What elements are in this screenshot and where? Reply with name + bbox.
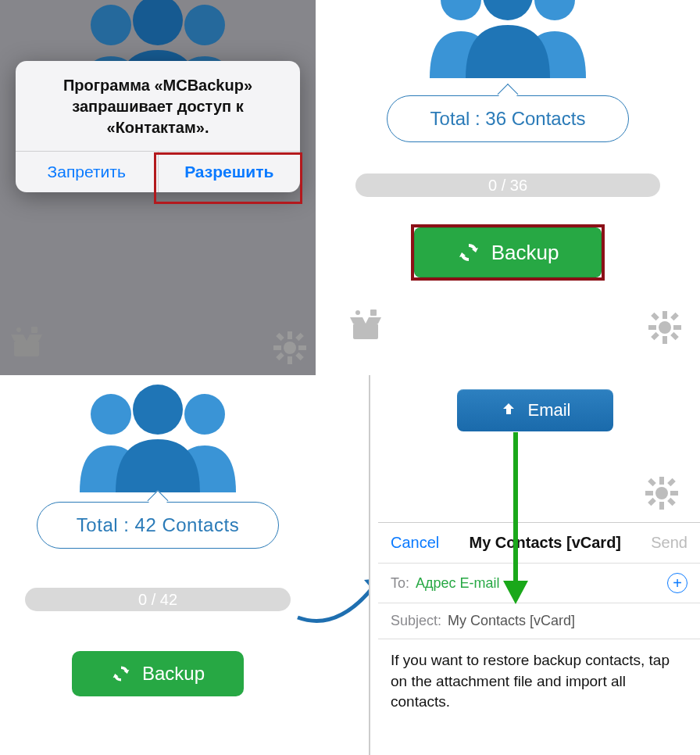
total-label: Total : 42 Contacts (77, 514, 239, 536)
permission-alert: Программа «MCBackup» запрашивает доступ … (16, 61, 300, 192)
svg-point-32 (133, 385, 183, 435)
svg-rect-35 (659, 502, 664, 510)
svg-point-0 (91, 5, 131, 45)
upload-icon (499, 401, 518, 420)
deny-button[interactable]: Запретить (16, 152, 158, 192)
svg-rect-38 (648, 478, 656, 487)
progress-bar: 0 / 42 (25, 588, 291, 611)
svg-rect-25 (673, 325, 681, 330)
compose-title: My Contacts [vCard] (470, 534, 621, 552)
panel-email: Email Cancel My Contacts [vCard] Send To… (369, 375, 700, 755)
svg-rect-28 (670, 313, 679, 321)
gear-icon[interactable] (273, 331, 306, 367)
progress-text: 0 / 36 (488, 177, 527, 195)
email-label: Email (527, 400, 570, 420)
svg-point-4 (16, 327, 21, 332)
svg-point-17 (483, 0, 533, 20)
subject-label: Subject: (391, 613, 441, 629)
svg-rect-41 (648, 498, 656, 506)
gear-icon[interactable] (648, 311, 681, 347)
total-bubble: Total : 36 Contacts (387, 95, 629, 142)
svg-point-31 (184, 394, 225, 435)
backup-button[interactable]: Backup (414, 227, 602, 277)
email-button[interactable]: Email (457, 389, 613, 431)
svg-rect-26 (651, 313, 659, 321)
compose-sheet: Cancel My Contacts [vCard] Send To: Адре… (378, 522, 700, 724)
to-field[interactable]: To: Адрес E-mail + (378, 563, 700, 603)
svg-rect-29 (651, 332, 659, 341)
svg-rect-3 (14, 341, 39, 356)
subject-value: My Contacts [vCard] (448, 613, 575, 629)
svg-rect-39 (667, 498, 676, 506)
panel-permission: Программа «MCBackup» запрашивает доступ … (0, 0, 316, 375)
gear-icon[interactable] (645, 477, 678, 513)
svg-point-30 (91, 394, 131, 435)
svg-rect-27 (670, 332, 679, 341)
progress-text: 0 / 42 (138, 591, 177, 609)
svg-point-2 (133, 0, 183, 45)
svg-rect-9 (273, 345, 281, 350)
total-bubble: Total : 42 Contacts (37, 502, 279, 549)
svg-rect-23 (662, 336, 667, 344)
to-value: Адрес E-mail (416, 575, 500, 592)
svg-rect-7 (288, 331, 292, 339)
backup-highlight: Backup (411, 224, 605, 281)
panel-backup-36: Total : 36 Contacts 0 / 36 Backup (316, 0, 700, 375)
svg-rect-13 (295, 333, 304, 342)
svg-rect-14 (276, 352, 284, 361)
svg-point-21 (659, 321, 671, 334)
svg-rect-22 (662, 311, 667, 319)
compose-body[interactable]: If you want to restore backup contacts, … (378, 639, 700, 724)
svg-rect-24 (648, 325, 656, 330)
svg-rect-36 (645, 491, 653, 496)
cancel-button[interactable]: Cancel (391, 534, 439, 552)
unbox-icon[interactable] (347, 306, 384, 347)
backup-label: Backup (142, 663, 205, 685)
svg-rect-11 (276, 333, 284, 342)
svg-rect-20 (370, 310, 377, 316)
refresh-icon (457, 241, 480, 264)
svg-rect-5 (31, 327, 38, 333)
total-label: Total : 36 Contacts (430, 108, 586, 130)
svg-point-1 (184, 5, 225, 45)
svg-point-19 (355, 310, 360, 315)
refresh-icon (111, 664, 131, 684)
svg-rect-37 (670, 491, 678, 496)
backup-button[interactable]: Backup (72, 651, 244, 696)
alert-message: Программа «MCBackup» запрашивает доступ … (16, 61, 300, 151)
people-icon (56, 383, 259, 492)
svg-rect-18 (353, 324, 378, 339)
unbox-icon[interactable] (8, 324, 45, 364)
svg-point-15 (441, 0, 481, 20)
allow-button[interactable]: Разрешить (158, 152, 301, 192)
backup-label: Backup (491, 241, 559, 265)
send-button[interactable]: Send (651, 534, 688, 552)
to-label: To: (391, 575, 409, 592)
svg-point-33 (655, 487, 668, 499)
svg-point-6 (284, 342, 296, 354)
svg-rect-10 (298, 345, 306, 350)
svg-rect-8 (288, 356, 292, 364)
subject-field[interactable]: Subject: My Contacts [vCard] (378, 603, 700, 639)
svg-rect-34 (659, 477, 664, 485)
svg-rect-40 (667, 478, 676, 487)
svg-rect-12 (295, 352, 304, 361)
svg-point-16 (534, 0, 575, 20)
progress-bar: 0 / 36 (355, 174, 660, 197)
add-recipient-button[interactable]: + (667, 573, 688, 593)
people-icon (406, 0, 609, 78)
panel-backup-42: Total : 42 Contacts 0 / 42 Backup (0, 375, 316, 755)
